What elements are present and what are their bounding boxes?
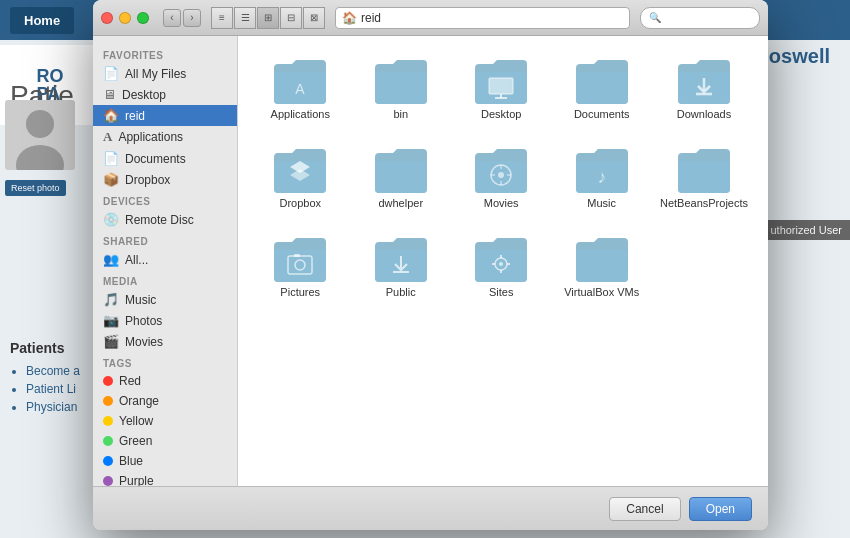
folder-icon-movies [473, 145, 529, 193]
sidebar-item-label: All My Files [125, 67, 186, 81]
file-item-sites[interactable]: Sites [455, 230, 547, 303]
desktop-icon: 🖥 [103, 87, 116, 102]
sidebar-item-label: Music [125, 293, 156, 307]
sidebar-item-label: Blue [119, 454, 143, 468]
location-bar[interactable]: 🏠 reid [335, 7, 630, 29]
sidebar-item-reid[interactable]: 🏠 reid [93, 105, 237, 126]
file-label-bin: bin [393, 108, 408, 121]
folder-icon-public [373, 234, 429, 282]
file-item-dropbox[interactable]: Dropbox [254, 141, 346, 214]
file-label-documents: Documents [574, 108, 630, 121]
cancel-button[interactable]: Cancel [609, 497, 680, 521]
file-item-documents[interactable]: Documents [555, 52, 648, 125]
avatar [5, 100, 75, 170]
minimize-button[interactable] [119, 12, 131, 24]
sidebar-item-documents[interactable]: 📄 Documents [93, 148, 237, 169]
file-item-public[interactable]: Public [354, 230, 446, 303]
sidebar-item-dropbox[interactable]: 📦 Dropbox [93, 169, 237, 190]
view-column-button[interactable]: ⊟ [280, 7, 302, 29]
sidebar-item-label: Photos [125, 314, 162, 328]
folder-icon-downloads [676, 56, 732, 104]
svg-point-11 [498, 172, 504, 178]
svg-text:♪: ♪ [597, 167, 606, 187]
sidebar-item-label: Yellow [119, 414, 153, 428]
file-item-desktop[interactable]: Desktop [455, 52, 547, 125]
purple-dot [103, 476, 113, 486]
reset-photo-button[interactable]: Reset photo [5, 180, 66, 196]
file-item-downloads[interactable]: Downloads [656, 52, 752, 125]
folder-icon-music: ♪ [574, 145, 630, 193]
sidebar-item-applications[interactable]: A Applications [93, 126, 237, 148]
sidebar-item-label: Desktop [122, 88, 166, 102]
sidebar-item-remote-disc[interactable]: 💿 Remote Disc [93, 209, 237, 230]
green-dot [103, 436, 113, 446]
open-button[interactable]: Open [689, 497, 752, 521]
dialog-title-bar: ‹ › ≡ ☰ ⊞ ⊟ ⊠ 🏠 reid 🔍 [93, 0, 768, 36]
sidebar-item-label: Applications [118, 130, 183, 144]
file-area[interactable]: A Applications bin [238, 36, 768, 486]
sidebar-item-tag-blue[interactable]: Blue [93, 451, 237, 471]
yellow-dot [103, 416, 113, 426]
search-bar[interactable]: 🔍 [640, 7, 760, 29]
location-icon: 🏠 [342, 11, 357, 25]
patient-link-3[interactable]: Physician [26, 400, 80, 414]
file-item-netbeansprojects[interactable]: NetBeansProjects [656, 141, 752, 214]
file-label-downloads: Downloads [677, 108, 731, 121]
sidebar-item-movies[interactable]: 🎬 Movies [93, 331, 237, 352]
sidebar-item-photos[interactable]: 📷 Photos [93, 310, 237, 331]
sidebar-item-tag-yellow[interactable]: Yellow [93, 411, 237, 431]
file-item-virtualbox-vms[interactable]: VirtualBox VMs [555, 230, 648, 303]
favorites-section-label: FAVORITES [93, 44, 237, 63]
folder-icon-applications: A [272, 56, 328, 104]
documents-icon: 📄 [103, 151, 119, 166]
svg-point-23 [499, 262, 503, 266]
home-nav-button[interactable]: Home [10, 7, 74, 34]
view-coverflow-button[interactable]: ⊠ [303, 7, 325, 29]
patient-link-1[interactable]: Become a [26, 364, 80, 378]
forward-button[interactable]: › [183, 9, 201, 27]
sidebar-item-all-my-files[interactable]: 📄 All My Files [93, 63, 237, 84]
file-label-public: Public [386, 286, 416, 299]
sidebar-item-label: Remote Disc [125, 213, 194, 227]
file-item-applications[interactable]: A Applications [254, 52, 346, 125]
patient-link-2[interactable]: Patient Li [26, 382, 80, 396]
file-label-applications: Applications [271, 108, 330, 121]
view-list-button[interactable]: ≡ [211, 7, 233, 29]
sidebar-item-desktop[interactable]: 🖥 Desktop [93, 84, 237, 105]
sidebar-item-music[interactable]: 🎵 Music [93, 289, 237, 310]
file-item-bin[interactable]: bin [354, 52, 446, 125]
back-button[interactable]: ‹ [163, 9, 181, 27]
file-item-pictures[interactable]: Pictures [254, 230, 346, 303]
sidebar-item-tag-purple[interactable]: Purple [93, 471, 237, 486]
view-detail-button[interactable]: ☰ [234, 7, 256, 29]
file-label-movies: Movies [484, 197, 519, 210]
view-icon-button[interactable]: ⊞ [257, 7, 279, 29]
sidebar-item-tag-green[interactable]: Green [93, 431, 237, 451]
movies-icon: 🎬 [103, 334, 119, 349]
file-grid: A Applications bin [254, 52, 752, 304]
patients-heading: Patients [10, 340, 80, 356]
photos-icon: 📷 [103, 313, 119, 328]
sidebar-item-label: Red [119, 374, 141, 388]
music-icon: 🎵 [103, 292, 119, 307]
file-dialog: ‹ › ≡ ☰ ⊞ ⊟ ⊠ 🏠 reid 🔍 FAVORITES 📄 All M… [93, 0, 768, 530]
sidebar-item-label: Orange [119, 394, 159, 408]
file-item-movies[interactable]: Movies [455, 141, 547, 214]
file-item-dwhelper[interactable]: dwhelper [354, 141, 446, 214]
svg-rect-19 [294, 254, 300, 257]
sidebar-item-tag-orange[interactable]: Orange [93, 391, 237, 411]
navigation-arrows: ‹ › [163, 9, 201, 27]
file-item-music[interactable]: ♪ Music [555, 141, 648, 214]
search-icon: 🔍 [649, 12, 661, 23]
file-label-netbeansprojects: NetBeansProjects [660, 197, 748, 210]
file-label-music: Music [587, 197, 616, 210]
maximize-button[interactable] [137, 12, 149, 24]
folder-icon-documents [574, 56, 630, 104]
sidebar-item-tag-red[interactable]: Red [93, 371, 237, 391]
svg-rect-3 [489, 78, 513, 94]
sidebar-item-label: reid [125, 109, 145, 123]
blue-dot [103, 456, 113, 466]
location-text: reid [361, 11, 381, 25]
close-button[interactable] [101, 12, 113, 24]
sidebar-item-all-shared[interactable]: 👥 All... [93, 249, 237, 270]
